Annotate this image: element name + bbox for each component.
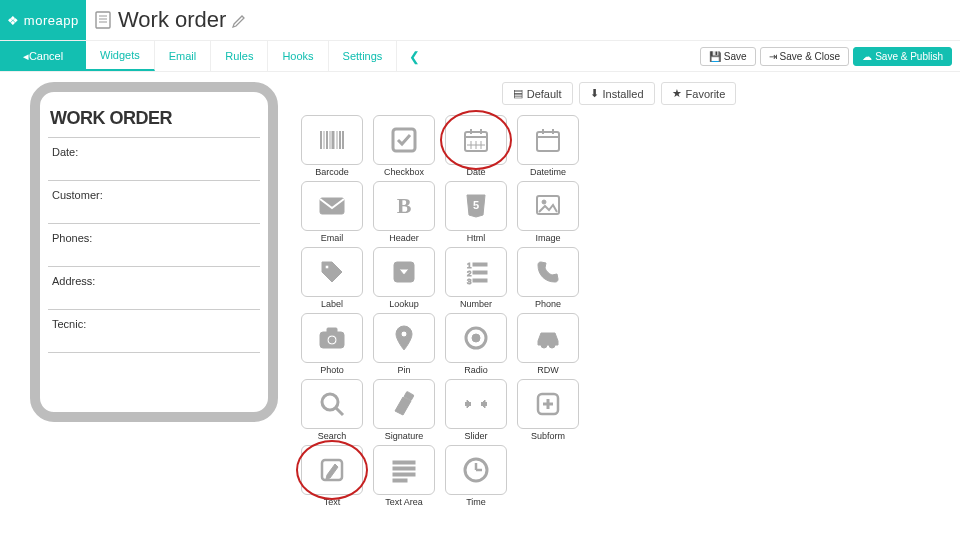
save-icon: ⇥ — [769, 51, 777, 62]
document-icon — [94, 10, 112, 30]
svg-rect-21 — [537, 132, 559, 151]
svg-point-30 — [325, 265, 329, 269]
widget-label: Barcode — [298, 165, 366, 177]
brand-text: moreapp — [24, 13, 79, 28]
svg-text:B: B — [397, 193, 412, 218]
brand-logo[interactable]: ❖ moreapp — [0, 0, 86, 40]
widget-label: Slider — [442, 429, 510, 441]
date-icon — [445, 115, 507, 165]
page-title-area: Work order — [86, 0, 248, 40]
svg-point-41 — [329, 337, 335, 343]
svg-rect-53 — [322, 460, 342, 480]
search-icon — [301, 379, 363, 429]
widget-tile-header[interactable]: iBHeader — [370, 181, 438, 243]
widget-tile-phone[interactable]: iPhone — [514, 247, 582, 309]
widget-tile-number[interactable]: i123Number — [442, 247, 510, 309]
form-field[interactable]: Tecnic: — [48, 309, 260, 353]
svg-rect-36 — [473, 271, 487, 274]
widget-tile-rdw[interactable]: iRDW — [514, 313, 582, 375]
form-field[interactable]: Address: — [48, 266, 260, 309]
widget-tile-radio[interactable]: iRadio — [442, 313, 510, 375]
form-field[interactable]: Date: — [48, 137, 260, 180]
svg-point-42 — [401, 331, 407, 337]
barcode-icon — [301, 115, 363, 165]
widget-tile-text[interactable]: iText — [298, 445, 366, 507]
tab-hooks[interactable]: Hooks — [268, 41, 328, 71]
save-close-button[interactable]: ⇥Save & Close — [760, 47, 850, 66]
widget-label: Radio — [442, 363, 510, 375]
widget-tile-time[interactable]: iTime — [442, 445, 510, 507]
widget-tile-textarea[interactable]: iText Area — [370, 445, 438, 507]
svg-text:5: 5 — [473, 199, 479, 211]
page-title: Work order — [118, 7, 226, 33]
widget-tile-signature[interactable]: iSignature — [370, 379, 438, 441]
cancel-button[interactable]: ◂ Cancel — [0, 41, 86, 71]
widget-label: Datetime — [514, 165, 582, 177]
radio-icon — [445, 313, 507, 363]
widget-tile-checkbox[interactable]: iCheckbox — [370, 115, 438, 177]
svg-rect-55 — [393, 467, 415, 470]
svg-point-45 — [322, 394, 338, 410]
widget-label: Phone — [514, 297, 582, 309]
widget-tile-label[interactable]: iLabel — [298, 247, 366, 309]
text-icon — [301, 445, 363, 495]
checkbox-icon — [373, 115, 435, 165]
pencil-icon[interactable] — [232, 12, 248, 28]
widget-label: Html — [442, 231, 510, 243]
form-field[interactable]: Phones: — [48, 223, 260, 266]
time-icon — [445, 445, 507, 495]
lookup-icon — [373, 247, 435, 297]
widget-tile-search[interactable]: iSearch — [298, 379, 366, 441]
widget-tile-date[interactable]: iDate — [442, 115, 510, 177]
widget-tile-datetime[interactable]: iDatetime — [514, 115, 582, 177]
svg-rect-37 — [473, 279, 487, 282]
filter-default[interactable]: ▤Default — [502, 82, 573, 105]
chevron-left-toggle[interactable]: ❮ — [397, 49, 432, 64]
svg-rect-35 — [473, 263, 487, 266]
form-title: WORK ORDER — [48, 102, 260, 137]
widget-tile-pin[interactable]: iPin — [370, 313, 438, 375]
save-publish-button[interactable]: ☁Save & Publish — [853, 47, 952, 66]
widget-label: RDW — [514, 363, 582, 375]
widget-tile-photo[interactable]: iPhoto — [298, 313, 366, 375]
widget-label: Signature — [370, 429, 438, 441]
widget-tile-email[interactable]: iEmail — [298, 181, 366, 243]
email-icon — [301, 181, 363, 231]
form-field[interactable]: Customer: — [48, 180, 260, 223]
svg-rect-57 — [393, 479, 407, 482]
datetime-icon — [517, 115, 579, 165]
save-button[interactable]: 💾Save — [700, 47, 756, 66]
widget-tile-subform[interactable]: iSubform — [514, 379, 582, 441]
svg-rect-39 — [327, 328, 337, 333]
widget-tile-image[interactable]: iImage — [514, 181, 582, 243]
svg-point-29 — [542, 200, 546, 204]
image-icon — [517, 181, 579, 231]
svg-rect-56 — [393, 473, 415, 476]
download-icon: ⬇ — [590, 87, 599, 100]
widget-tile-html[interactable]: i5Html — [442, 181, 510, 243]
label-icon — [301, 247, 363, 297]
widget-label: Number — [442, 297, 510, 309]
star-icon: ★ — [672, 87, 682, 100]
svg-point-44 — [472, 334, 480, 342]
tab-rules[interactable]: Rules — [211, 41, 268, 71]
tab-settings[interactable]: Settings — [329, 41, 398, 71]
svg-rect-0 — [96, 12, 110, 28]
widget-label: Text Area — [370, 495, 438, 507]
widget-tile-slider[interactable]: iSlider — [442, 379, 510, 441]
widget-label: Label — [298, 297, 366, 309]
widget-label: Header — [370, 231, 438, 243]
widget-label: Checkbox — [370, 165, 438, 177]
filter-installed[interactable]: ⬇Installed — [579, 82, 655, 105]
form-preview: WORK ORDER Date: Customer: Phones: Addre… — [30, 82, 278, 422]
tab-widgets[interactable]: Widgets — [86, 41, 155, 71]
widget-label: Time — [442, 495, 510, 507]
filter-favorite[interactable]: ★Favorite — [661, 82, 737, 105]
dashboard-icon: ▤ — [513, 87, 523, 100]
widget-tile-barcode[interactable]: iBarcode — [298, 115, 366, 177]
widget-tile-lookup[interactable]: iLookup — [370, 247, 438, 309]
widget-label: Subform — [514, 429, 582, 441]
widget-label: Photo — [298, 363, 366, 375]
widget-label: Email — [298, 231, 366, 243]
tab-email[interactable]: Email — [155, 41, 212, 71]
